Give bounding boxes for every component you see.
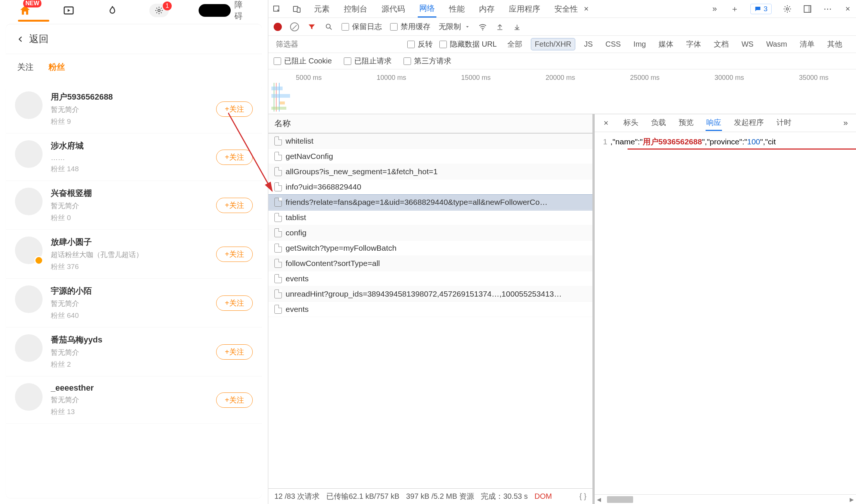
avatar[interactable] [15, 285, 43, 313]
search-icon[interactable] [324, 22, 333, 31]
filter-type-chip[interactable]: JS [580, 38, 596, 50]
download-icon[interactable] [513, 22, 522, 31]
device-icon[interactable] [292, 4, 301, 13]
devtools-tab[interactable]: 网络 [418, 0, 436, 18]
wifi-icon[interactable] [478, 22, 487, 31]
filter-type-chip[interactable]: 清单 [796, 38, 818, 51]
request-row[interactable]: unreadHint?group_ids=3894394581398072,45… [268, 287, 592, 302]
user-name[interactable]: _eeeesther [51, 383, 216, 393]
list-item[interactable]: 放肆小圆子超话粉丝大咖（孔雪儿超话）粉丝 376+关注 [6, 230, 262, 279]
devtools-tab[interactable]: 控制台 [342, 1, 369, 17]
filter-type-chip[interactable]: Fetch/XHR [531, 38, 575, 50]
gear-icon[interactable] [783, 4, 792, 13]
disable-cache-checkbox[interactable]: 禁用缓存 [390, 22, 430, 32]
keep-log-checkbox[interactable]: 保留日志 [342, 22, 382, 32]
follow-button[interactable]: +关注 [216, 101, 253, 117]
filter-type-chip[interactable]: 字体 [682, 38, 705, 51]
user-name[interactable]: 用户5936562688 [51, 91, 216, 103]
list-item[interactable]: _eeeesther暂无简介粉丝 13+关注 [6, 376, 262, 424]
request-row[interactable]: friends?relate=fans&page=1&uid=366882944… [268, 195, 592, 210]
avatar[interactable] [15, 383, 43, 411]
tab-follow[interactable]: 关注 [17, 60, 34, 74]
response-tab[interactable]: 预览 [678, 115, 694, 131]
video-icon[interactable] [62, 3, 75, 18]
avatar[interactable] [15, 188, 43, 215]
more-resp-icon[interactable]: » [841, 119, 850, 128]
filter-input[interactable] [274, 38, 401, 50]
more-tabs-icon[interactable]: » [710, 4, 719, 13]
user-name[interactable]: 涉水府城 [51, 140, 216, 151]
braces-icon[interactable]: { } [579, 492, 586, 501]
list-item[interactable]: 宇源的小陌暂无简介粉丝 640+关注 [6, 279, 262, 328]
filter-type-chip[interactable]: 其他 [824, 38, 846, 51]
messages-badge[interactable]: 3 [750, 4, 772, 14]
avatar[interactable] [15, 334, 43, 362]
devtools-tab[interactable]: 内存 [477, 1, 496, 17]
close-devtools-icon[interactable]: × [843, 4, 852, 13]
request-row[interactable]: config [268, 225, 592, 241]
third-party-checkbox[interactable]: 第三方请求 [404, 56, 451, 66]
tab-fans[interactable]: 粉丝 [49, 60, 65, 74]
settings-pill[interactable]: 1 [149, 4, 169, 17]
back-bar[interactable]: 返回 [6, 24, 262, 54]
follow-button[interactable]: +关注 [216, 150, 253, 165]
response-scrollbar[interactable]: ◂ ▸ [595, 494, 856, 504]
invert-checkbox[interactable]: 反转 [407, 39, 433, 49]
avatar[interactable] [15, 237, 43, 264]
request-row[interactable]: info?uid=3668829440 [268, 179, 592, 195]
list-item[interactable]: 涉水府城……粉丝 148+关注 [6, 134, 262, 181]
inspect-icon[interactable] [272, 4, 281, 13]
filter-type-chip[interactable]: 媒体 [655, 38, 677, 51]
response-tab[interactable]: 发起程序 [733, 115, 765, 131]
follow-button[interactable]: +关注 [216, 344, 253, 360]
user-name[interactable]: 放肆小圆子 [51, 237, 216, 248]
filter-type-chip[interactable]: 全部 [504, 38, 526, 51]
response-tab[interactable]: 响应 [706, 115, 722, 131]
avatar[interactable] [15, 91, 43, 119]
devtools-tab[interactable]: 安全性 [553, 1, 579, 17]
request-row[interactable]: allGroups?is_new_segment=1&fetch_hot=1 [268, 164, 592, 179]
response-tab[interactable]: 计时 [776, 115, 792, 131]
filter-type-chip[interactable]: Wasm [762, 38, 791, 50]
hot-icon[interactable] [106, 3, 119, 18]
add-tab-icon[interactable]: ＋ [730, 4, 739, 13]
request-row[interactable]: whitelist [268, 134, 592, 149]
dock-icon[interactable] [803, 4, 812, 13]
follow-button[interactable]: +关注 [216, 392, 253, 408]
list-item[interactable]: 番茄乌梅yyds暂无简介粉丝 2+关注 [6, 328, 262, 376]
scroll-left-icon[interactable]: ◂ [595, 495, 603, 504]
blocked-cookies-checkbox[interactable]: 已阻止 Cookie [274, 56, 332, 66]
devtools-tab[interactable]: 应用程序 [507, 1, 542, 17]
kebab-icon[interactable]: ⋯ [823, 4, 832, 13]
throttle-select[interactable]: 无限制 [439, 22, 470, 32]
request-row[interactable]: getSwitch?type=myFollowBatch [268, 241, 592, 256]
filter-type-chip[interactable]: 文档 [710, 38, 732, 51]
response-body[interactable]: 1,"name":"用户5936562688","province":"100"… [595, 132, 856, 494]
follow-button[interactable]: +关注 [216, 247, 253, 262]
home-icon[interactable]: NEW [18, 3, 32, 18]
list-item[interactable]: 用户5936562688暂无简介粉丝 9+关注 [6, 85, 262, 134]
follow-button[interactable]: +关注 [216, 295, 253, 311]
response-tab[interactable]: 负载 [650, 115, 667, 131]
request-row[interactable]: events [268, 271, 592, 287]
request-row[interactable]: events [268, 302, 592, 317]
close-response-icon[interactable]: × [601, 117, 611, 129]
record-button[interactable] [274, 23, 282, 31]
timeline[interactable]: 5000 ms10000 ms15000 ms20000 ms25000 ms3… [268, 69, 856, 114]
blocked-requests-checkbox[interactable]: 已阻止请求 [344, 56, 392, 66]
user-name[interactable]: 宇源的小陌 [51, 285, 216, 297]
devtools-tab[interactable]: 源代码 [380, 1, 407, 17]
avatar[interactable] [15, 140, 43, 168]
devtools-tab[interactable]: 性能 [448, 1, 466, 17]
hide-data-url-checkbox[interactable]: 隐藏数据 URL [439, 39, 497, 49]
close-tab-x[interactable]: × [584, 4, 589, 14]
list-item[interactable]: 兴奋根竖棚暂无简介粉丝 0+关注 [6, 181, 262, 230]
follow-button[interactable]: +关注 [216, 198, 253, 213]
filter-type-chip[interactable]: CSS [602, 38, 625, 50]
request-row[interactable]: tablist [268, 210, 592, 225]
devtools-tab[interactable]: 元素 [312, 1, 331, 17]
user-name[interactable]: 番茄乌梅yyds [51, 334, 216, 345]
user-name[interactable]: 兴奋根竖棚 [51, 188, 216, 199]
request-row[interactable]: getNavConfig [268, 149, 592, 164]
request-header-name[interactable]: 名称 [268, 114, 592, 134]
